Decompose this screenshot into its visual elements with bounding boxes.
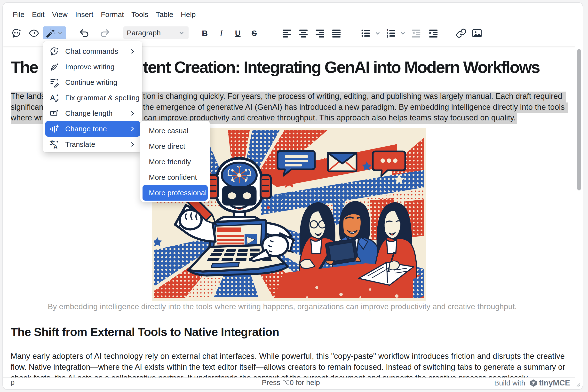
svg-text:3: 3 [387,35,388,38]
svg-text:A: A [54,144,58,150]
svg-text:A: A [50,94,55,101]
